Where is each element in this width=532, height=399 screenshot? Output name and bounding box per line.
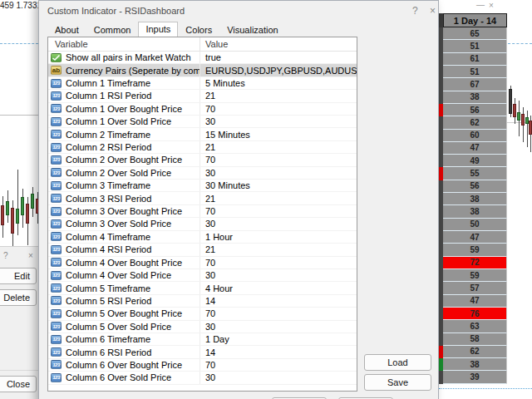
number-icon: 123	[51, 207, 62, 216]
parameter-row[interactable]: 123Column 6 RSI Period14	[48, 346, 357, 358]
parameter-row[interactable]: 123Column 6 Timeframe1 Day	[48, 333, 357, 346]
tab-visualization[interactable]: Visualization	[219, 22, 286, 37]
rsi-value-cell: 51	[443, 40, 507, 52]
rsi-value-cell: 49	[443, 155, 507, 167]
parameter-row[interactable]: 123Column 1 Timeframe5 Minutes	[48, 77, 357, 90]
value-cell[interactable]: 15 Minutes	[200, 128, 357, 140]
parameter-row[interactable]: 123Column 2 Timeframe15 Minutes	[48, 128, 357, 140]
parameter-row[interactable]: 123Column 5 RSI Period14	[48, 295, 357, 308]
window-close-icon[interactable]: ×	[489, 1, 494, 10]
value-cell[interactable]: 5 Minutes	[200, 77, 357, 89]
help-icon[interactable]: ?	[3, 251, 8, 260]
dashboard-row: 47	[439, 231, 507, 244]
value-cell[interactable]: 30 Minutes	[200, 180, 357, 191]
edit-button[interactable]: Edit	[0, 268, 37, 284]
value-cell[interactable]: 4 Hour	[200, 282, 357, 293]
value-cell[interactable]: 70	[200, 257, 357, 268]
value-cell[interactable]: 30	[200, 321, 357, 332]
value-cell[interactable]: EURUSD,USDJPY,GBPUSD,AUDUSD,USDCA...	[200, 64, 357, 76]
dashboard-row: 47	[439, 295, 507, 308]
variable-label: Column 4 Over Sold Price	[66, 270, 171, 280]
parameter-row[interactable]: 123Column 4 Over Bought Price70	[48, 257, 357, 269]
dialog-help-icon[interactable]: ?	[412, 5, 418, 17]
value-cell[interactable]: 70	[200, 359, 357, 371]
number-icon: 123	[51, 219, 62, 229]
parameter-row[interactable]: 123Column 2 Over Sold Price30	[48, 167, 357, 180]
number-icon: 123	[51, 335, 62, 344]
parameter-row[interactable]: 123Column 1 Over Sold Price30	[48, 116, 357, 128]
save-button[interactable]: Save	[364, 374, 431, 391]
parameter-row[interactable]: 123Column 3 Over Sold Price30	[48, 218, 357, 230]
tab-inputs[interactable]: Inputs	[138, 22, 178, 37]
parameter-row[interactable]: 123Column 6 Over Sold Price30	[48, 372, 357, 384]
dashboard-column-header: 1 Day - 14	[443, 13, 507, 27]
parameter-row[interactable]: 123Column 5 Over Bought Price70	[48, 308, 357, 320]
parameter-row[interactable]: 123Column 3 RSI Period21	[48, 192, 357, 204]
parameter-row[interactable]: 123Column 5 Timeframe4 Hour	[48, 282, 357, 294]
value-cell[interactable]: 30	[200, 372, 357, 383]
close-button[interactable]: Close	[0, 376, 37, 392]
variable-label: Column 2 RSI Period	[66, 142, 151, 152]
value-cell[interactable]: 21	[200, 192, 357, 204]
rsi-value-cell: 51	[443, 66, 507, 78]
load-button[interactable]: Load	[364, 354, 431, 371]
number-icon: 123	[51, 155, 62, 165]
rsi-value-cell: 60	[443, 130, 507, 142]
variable-cell: 123Column 1 Timeframe	[48, 77, 200, 89]
value-cell[interactable]: 30	[200, 116, 357, 127]
dashboard-row: 55	[439, 167, 507, 180]
subwindow-divider[interactable]	[0, 115, 38, 116]
value-cell[interactable]: 14	[200, 295, 357, 307]
value-cell[interactable]: 30	[200, 218, 357, 229]
rsi-value-cell: 67	[443, 78, 507, 91]
parameter-row[interactable]: 123Column 1 RSI Period21	[48, 90, 357, 102]
tab-common[interactable]: Common	[86, 22, 139, 37]
tab-colors[interactable]: Colors	[178, 22, 219, 37]
parameter-row[interactable]: 123Column 4 RSI Period21	[48, 244, 357, 256]
value-cell[interactable]: 70	[200, 205, 357, 217]
value-cell[interactable]: 30	[200, 269, 357, 281]
dialog-close-icon[interactable]: ×	[430, 5, 436, 17]
number-icon: 123	[51, 117, 62, 126]
dashboard-row: 51	[439, 40, 507, 52]
value-cell[interactable]: 14	[200, 346, 357, 357]
value-cell[interactable]: 30	[200, 167, 357, 179]
parameter-row[interactable]: 123Column 3 Timeframe30 Minutes	[48, 180, 357, 192]
column-header-value: Value	[200, 37, 357, 51]
parameter-row[interactable]: 123Column 3 Over Bought Price70	[48, 205, 357, 218]
close-icon[interactable]: ×	[28, 251, 33, 260]
rsi-value-cell: 65	[443, 27, 507, 40]
value-cell[interactable]: 1 Day	[200, 333, 357, 345]
parameter-row[interactable]: 123Column 2 RSI Period21	[48, 141, 357, 154]
variable-label: Column 5 Over Sold Price	[66, 322, 171, 332]
parameter-row[interactable]: 123Column 5 Over Sold Price30	[48, 321, 357, 333]
number-icon: 123	[51, 143, 62, 152]
value-cell[interactable]: 21	[200, 141, 357, 153]
parameter-row[interactable]: 123Column 2 Over Bought Price70	[48, 154, 357, 166]
value-cell[interactable]: 21	[200, 90, 357, 101]
value-cell[interactable]: 70	[200, 103, 357, 115]
variable-label: Column 6 RSI Period	[66, 347, 151, 357]
dashboard-row: 56	[439, 104, 507, 116]
value-cell[interactable]: 21	[200, 244, 357, 255]
value-cell[interactable]: 70	[200, 154, 357, 165]
parameter-row[interactable]: abCurrency Pairs (Seperate by comma and …	[48, 64, 357, 76]
parameter-row[interactable]: 123Column 6 Over Bought Price70	[48, 359, 357, 372]
window-minimize-icon[interactable]: —	[476, 0, 485, 9]
number-icon: 123	[51, 271, 62, 280]
value-cell[interactable]: true	[200, 52, 357, 63]
parameter-row[interactable]: Show all pairs in Market Watchtrue	[48, 52, 357, 64]
indicators-list-dialog: ? × Edit Delete Close	[0, 246, 38, 399]
variable-label: Column 1 Over Sold Price	[66, 116, 171, 126]
value-cell[interactable]: 70	[200, 308, 357, 319]
value-cell[interactable]: 1 Hour	[200, 231, 357, 243]
delete-button[interactable]: Delete	[0, 289, 37, 306]
candle-body	[31, 194, 34, 209]
parameter-row[interactable]: 123Column 1 Over Bought Price70	[48, 103, 357, 116]
variable-label: Column 6 Over Sold Price	[66, 372, 171, 382]
variable-label: Column 2 Timeframe	[66, 130, 150, 140]
parameter-row[interactable]: 123Column 4 Over Sold Price30	[48, 269, 357, 282]
parameter-row[interactable]: 123Column 4 Timeframe1 Hour	[48, 231, 357, 244]
number-icon: 123	[51, 347, 62, 357]
tab-about[interactable]: About	[47, 22, 86, 37]
